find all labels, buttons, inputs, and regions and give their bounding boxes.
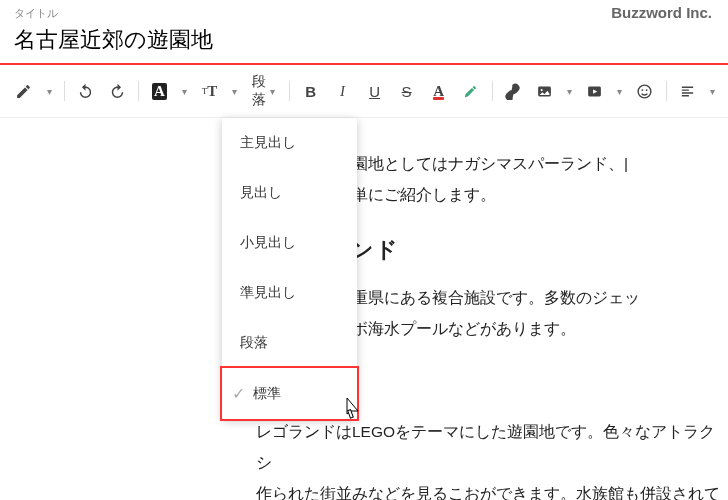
chevron-down-icon[interactable]: ▾ bbox=[706, 78, 718, 104]
check-icon: ✓ bbox=[232, 384, 245, 403]
toolbar: ▾ A ▾ TT ▾ 段落 ▾ B I U S A ▾ ▾ ▾ bbox=[0, 65, 728, 118]
chevron-down-icon[interactable]: ▾ bbox=[564, 78, 576, 104]
svg-point-3 bbox=[638, 85, 651, 98]
font-color-button[interactable]: A bbox=[426, 78, 452, 104]
video-icon[interactable] bbox=[582, 78, 608, 104]
dropdown-item-normal[interactable]: ✓ 標準 bbox=[220, 366, 359, 421]
chevron-down-icon[interactable]: ▾ bbox=[228, 78, 240, 104]
dropdown-item-heading[interactable]: 見出し bbox=[222, 168, 357, 218]
font-size-button[interactable]: TT bbox=[196, 78, 222, 104]
svg-point-4 bbox=[642, 89, 644, 91]
chevron-down-icon: ▾ bbox=[270, 86, 275, 97]
strikethrough-button[interactable]: S bbox=[394, 78, 420, 104]
dropdown-item-main-heading[interactable]: 主見出し bbox=[222, 118, 357, 168]
chevron-down-icon[interactable]: ▾ bbox=[614, 78, 626, 104]
highlight-button[interactable] bbox=[458, 78, 484, 104]
body-text: 作られた街並みなどを見るこおができます。水族館も併設されてい bbox=[256, 478, 728, 500]
paragraph-style-select[interactable]: 段落 ▾ bbox=[246, 73, 281, 109]
emoji-icon[interactable] bbox=[632, 78, 658, 104]
undo-icon[interactable] bbox=[72, 78, 98, 104]
body-text: レゴランドはLEGOをテーマにした遊園地です。色々なアトラクシ bbox=[256, 416, 728, 478]
edit-icon[interactable] bbox=[10, 78, 36, 104]
align-icon[interactable] bbox=[674, 78, 700, 104]
underline-button[interactable]: U bbox=[362, 78, 388, 104]
bold-button[interactable]: B bbox=[298, 78, 324, 104]
dropdown-item-minor-heading[interactable]: 準見出し bbox=[222, 268, 357, 318]
chevron-down-icon[interactable]: ▾ bbox=[178, 78, 190, 104]
italic-button[interactable]: I bbox=[330, 78, 356, 104]
paragraph-select-label: 段落 bbox=[252, 73, 266, 109]
brand-label: Buzzword Inc. bbox=[611, 4, 712, 21]
title-input[interactable] bbox=[0, 23, 728, 65]
font-bg-color-button[interactable]: A bbox=[146, 78, 172, 104]
chevron-down-icon[interactable]: ▾ bbox=[42, 78, 56, 104]
svg-point-1 bbox=[541, 89, 543, 91]
image-icon[interactable] bbox=[532, 78, 558, 104]
dropdown-item-sub-heading[interactable]: 小見出し bbox=[222, 218, 357, 268]
redo-icon[interactable] bbox=[104, 78, 130, 104]
dropdown-item-label: 標準 bbox=[253, 385, 281, 403]
svg-point-5 bbox=[646, 89, 648, 91]
paragraph-style-dropdown: 主見出し 見出し 小見出し 準見出し 段落 ✓ 標準 bbox=[222, 118, 357, 419]
dropdown-item-paragraph[interactable]: 段落 bbox=[222, 318, 357, 368]
editor-content[interactable]: 軽に行ける遊園地としてはナガシマスパーランド、| 設について簡単にご紹介します。… bbox=[0, 118, 728, 500]
link-icon[interactable] bbox=[500, 78, 526, 104]
